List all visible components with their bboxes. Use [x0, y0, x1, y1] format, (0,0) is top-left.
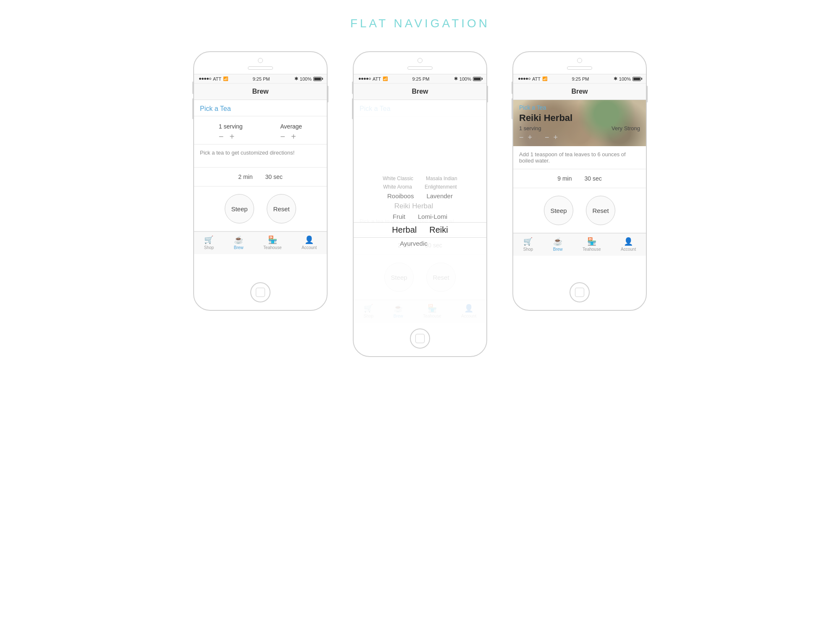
- picker-wheel: White Classic Masala Indian White Aroma …: [354, 174, 486, 248]
- picker-row-0: White Classic Masala Indian: [354, 174, 486, 183]
- timer-row-3: 9 min 30 sec: [513, 169, 646, 188]
- tea-strength-3: Very Strong: [612, 125, 640, 131]
- tab-bar-3: 🛒 Shop ☕ Brew 🏪 Teahouse 👤 Account: [513, 233, 646, 256]
- camera-1: [258, 58, 263, 63]
- battery-bar-3: [633, 77, 641, 81]
- status-bar-1: ATT 📶 9:25 PM ✱ 100%: [194, 74, 327, 84]
- teahouse-icon-3: 🏪: [587, 237, 596, 246]
- phone-top-2: [354, 52, 486, 74]
- home-btn-1[interactable]: [250, 282, 270, 302]
- serving-label-1: 1 serving: [219, 123, 243, 130]
- picker-item-rooiboos: Rooiboos: [387, 192, 414, 200]
- picker-overlay[interactable]: White Classic Masala Indian White Aroma …: [354, 100, 486, 323]
- picker-row-4: Fruit Lomi-Lomi: [354, 212, 486, 221]
- page-title: FLAT NAVIGATION: [350, 17, 490, 30]
- tea-stepper-row: − + − +: [519, 133, 640, 142]
- strength-group-1: Average − +: [280, 123, 302, 141]
- picker-item-herbal[interactable]: Herbal: [392, 225, 417, 235]
- status-bar-2: ATT 📶 9:25 PM ✱ 100%: [354, 74, 486, 84]
- tea-header-row: 1 serving Very Strong: [519, 125, 640, 131]
- phone-2: ATT 📶 9:25 PM ✱ 100% Brew Pick a Tea W: [353, 51, 487, 357]
- tab-shop-1[interactable]: 🛒 Shop: [204, 235, 214, 250]
- serving-minus-1[interactable]: −: [219, 132, 224, 141]
- phone-top-1: [194, 52, 327, 74]
- tab-account-3[interactable]: 👤 Account: [621, 237, 636, 252]
- side-btn-left-top-3: [512, 81, 513, 94]
- time-1: 9:25 PM: [252, 76, 270, 81]
- carrier-3: ATT: [532, 76, 541, 81]
- side-btn-left-top-2: [352, 81, 354, 94]
- stepper-strength-1: − +: [280, 132, 302, 141]
- time-2: 9:25 PM: [412, 76, 429, 81]
- phone-1: ATT 📶 9:25 PM ✱ 100% Brew Pick a Tea 1 s…: [193, 51, 328, 311]
- bluetooth-icon-3: ✱: [614, 76, 617, 81]
- battery-bar-1: [313, 77, 322, 81]
- signal-2: [359, 78, 371, 80]
- tab-teahouse-1[interactable]: 🏪 Teahouse: [263, 235, 281, 250]
- signal-3: [518, 78, 530, 80]
- picker-row-5: Herbal Reiki: [354, 222, 486, 238]
- wifi-icon-3: 📶: [542, 76, 547, 81]
- screen-2: Pick a Tea White Classic Masala Indian W…: [354, 100, 486, 323]
- battery-bar-2: [473, 77, 481, 81]
- direction-text-3: Add 1 teaspoon of tea leaves to 6 ounces…: [513, 146, 646, 169]
- wifi-icon-2: 📶: [383, 76, 388, 81]
- picker-item-enlightenment: Enlightenment: [425, 184, 457, 190]
- picker-item-reiki[interactable]: Reiki: [429, 225, 448, 235]
- bluetooth-icon-1: ✱: [294, 76, 298, 81]
- side-btn-left-top-1: [192, 81, 194, 94]
- stepper-serving-1: − +: [219, 132, 243, 141]
- picker-row-3: Reiki Herbal: [354, 201, 486, 212]
- reset-btn-3[interactable]: Reset: [586, 196, 615, 225]
- tab-shop-3[interactable]: 🛒 Shop: [523, 237, 533, 252]
- pick-tea-label-3[interactable]: Pick a Tea: [519, 104, 640, 111]
- camera-3: [577, 58, 582, 63]
- carrier-1: ATT: [213, 76, 221, 81]
- steep-btn-3[interactable]: Steep: [544, 196, 573, 225]
- timer-sec-3: 30 sec: [584, 175, 601, 182]
- tab-brew-3[interactable]: ☕ Brew: [553, 237, 563, 252]
- bluetooth-icon-2: ✱: [454, 76, 458, 81]
- phone-bottom-1: [194, 276, 327, 310]
- speaker-1: [248, 66, 273, 70]
- phones-container: ATT 📶 9:25 PM ✱ 100% Brew Pick a Tea 1 s…: [193, 51, 647, 357]
- phone-bottom-3: [513, 276, 646, 310]
- strength-plus-1[interactable]: +: [291, 132, 296, 141]
- serving-row-1: 1 serving − + Average − +: [194, 116, 327, 144]
- brew-icon-3: ☕: [553, 237, 562, 246]
- tab-account-1[interactable]: 👤 Account: [302, 235, 317, 250]
- timer-min-1: 2 min: [238, 173, 252, 180]
- tab-teahouse-3[interactable]: 🏪 Teahouse: [583, 237, 601, 252]
- tea-strength-plus[interactable]: +: [554, 133, 558, 142]
- picker-row-1: White Aroma Enlightenment: [354, 183, 486, 191]
- tea-serving-minus[interactable]: −: [519, 133, 524, 142]
- serving-plus-1[interactable]: +: [230, 132, 235, 141]
- action-row-3: Steep Reset: [513, 188, 646, 233]
- picker-item-ayurvedic: Ayurvedic: [400, 240, 428, 247]
- tea-header: Pick a Tea Reiki Herbal 1 serving Very S…: [513, 100, 646, 146]
- teahouse-icon-1: 🏪: [268, 235, 277, 244]
- pick-tea-link-1[interactable]: Pick a Tea: [194, 100, 327, 116]
- brew-icon-1: ☕: [234, 235, 243, 244]
- side-btn-right-2: [486, 86, 488, 102]
- picker-row-2: Rooiboos Lavender: [354, 191, 486, 201]
- steep-btn-1[interactable]: Steep: [225, 194, 254, 223]
- tea-strength-minus[interactable]: −: [545, 133, 549, 142]
- tea-serving-3: 1 serving: [519, 125, 541, 131]
- tea-serving-plus[interactable]: +: [528, 133, 533, 142]
- picker-item-lomi: Lomi-Lomi: [418, 213, 447, 220]
- picker-item-white-aroma: White Aroma: [383, 184, 412, 190]
- timer-row-1: 2 min 30 sec: [194, 168, 327, 186]
- home-btn-3[interactable]: [570, 282, 590, 302]
- speaker-2: [407, 66, 433, 70]
- home-btn-2[interactable]: [410, 328, 430, 349]
- timer-min-3: 9 min: [557, 175, 572, 182]
- serving-group-1: 1 serving − +: [219, 123, 243, 141]
- side-btn-right-3: [646, 86, 648, 102]
- timer-sec-1: 30 sec: [265, 173, 282, 180]
- reset-btn-1[interactable]: Reset: [267, 194, 296, 223]
- strength-minus-1[interactable]: −: [280, 132, 285, 141]
- strength-label-1: Average: [280, 123, 302, 130]
- wifi-icon-1: 📶: [223, 76, 228, 81]
- tab-brew-1[interactable]: ☕ Brew: [234, 235, 244, 250]
